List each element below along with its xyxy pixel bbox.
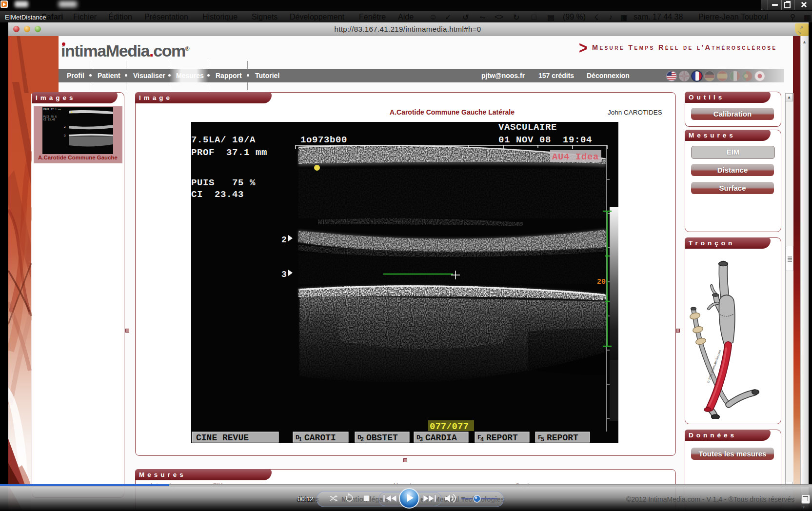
svg-text:OBSTET: OBSTET [366,433,398,443]
svg-text:3: 3 [419,436,423,443]
svg-text:AU4 Idea: AU4 Idea [552,152,599,162]
svg-text:PROF 37.1 mm: PROF 37.1 mm [191,147,267,158]
svg-text:2: 2 [360,436,364,443]
svg-text:PROF 37.1 mm: PROF 37.1 mm [43,108,61,111]
svg-text:7.5LA/ 10/A: 7.5LA/ 10/A [191,135,256,145]
svg-text:1: 1 [298,436,302,443]
svg-text:REPORT: REPORT [547,433,578,443]
svg-text:CINE REVUE: CINE REVUE [196,433,249,443]
svg-text:077/077: 077/077 [430,421,469,432]
svg-text:4: 4 [480,436,484,443]
svg-text:CAROTI: CAROTI [304,433,336,443]
svg-text:3: 3 [64,134,66,138]
svg-text:20: 20 [597,278,606,286]
svg-text:01 NOV 08 19:04: 01 NOV 08 19:04 [498,135,592,145]
svg-text:CARDIA: CARDIA [425,433,457,443]
svg-text:VASCULAIRE: VASCULAIRE [498,122,557,133]
svg-text:PUIS 75 %: PUIS 75 % [191,177,256,188]
svg-text:1o973b00: 1o973b00 [300,135,347,145]
svg-text:CI 23.43: CI 23.43 [43,118,55,121]
svg-text:CI 23.43: CI 23.43 [191,189,244,200]
svg-text:REPORT: REPORT [486,433,518,443]
svg-text:3: 3 [281,270,287,279]
svg-text:5: 5 [541,436,544,443]
svg-text:2: 2 [64,125,66,129]
svg-text:2: 2 [281,235,287,245]
